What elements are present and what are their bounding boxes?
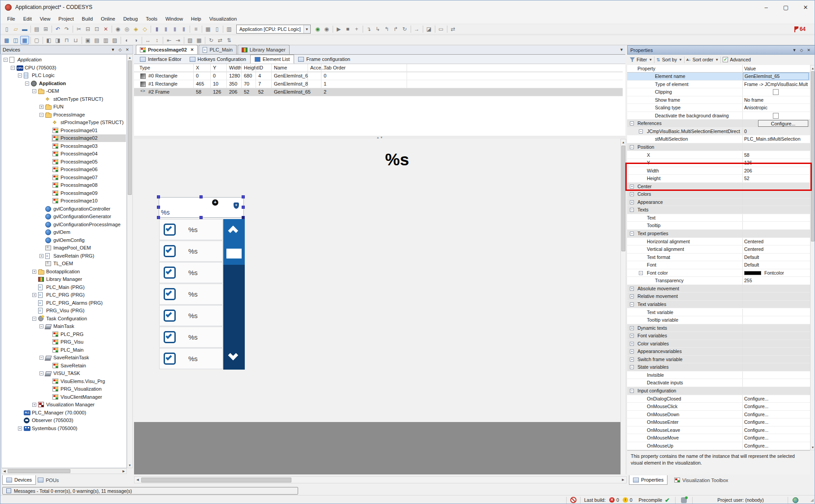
sort-order-dropdown[interactable]: Sort order (693, 57, 714, 62)
paste-icon[interactable]: ⊡ (92, 25, 101, 34)
step-out-icon[interactable]: ↰ (382, 25, 391, 34)
property-row-font[interactable]: FontDefault (627, 261, 810, 269)
collapse-toggle[interactable]: − (630, 302, 634, 306)
property-value[interactable]: 126 (744, 160, 808, 165)
property-row-input-configuration[interactable]: −Input configuration (627, 387, 810, 395)
property-row-deactivate-inputs[interactable]: Deactivate inputs (627, 379, 810, 387)
logout-icon[interactable]: ◉ (322, 25, 331, 34)
visu-grid-active-icon[interactable]: ▦ (20, 36, 29, 44)
page-setup-icon[interactable]: ⊞ (41, 25, 50, 34)
visualization-canvas[interactable]: %s %s + + %s%s%s%s%s%s%s (134, 139, 620, 504)
collapse-toggle[interactable]: − (39, 371, 43, 375)
tree-item-processimage09[interactable]: ProcessImage09 (2, 190, 126, 197)
devices-tree-vertical-scrollbar[interactable]: ▲ ▼ (127, 54, 133, 468)
bring-to-front-icon[interactable]: ▣ (83, 36, 92, 44)
menu-tools[interactable]: Tools (142, 14, 161, 24)
property-row-onmouseclick[interactable]: OnMouseClickConfigure... (627, 403, 810, 411)
expand-toggle[interactable]: + (630, 294, 634, 298)
property-row-font-color[interactable]: −Font colorFontcolor (627, 269, 810, 277)
property-row-vertical-alignment[interactable]: Vertical alignmentCentered (627, 246, 810, 254)
group-icon[interactable]: ◐ (122, 36, 131, 44)
minimize-button[interactable]: – (756, 1, 776, 14)
chevron-down-icon[interactable]: ▼ (679, 58, 682, 62)
expand-toggle[interactable]: + (630, 349, 634, 353)
multiselection-row[interactable]: %s (159, 284, 223, 305)
align-bottom-icon[interactable]: ⊔ (71, 36, 80, 44)
tab-library-manager[interactable]: Library Manager (238, 45, 290, 54)
new-file-icon[interactable]: ▯ (2, 25, 11, 34)
selection-handle[interactable] (157, 195, 160, 198)
grid-options-icon[interactable]: ▦ (204, 25, 212, 34)
property-row-type-of-element[interactable]: Type of elementFrame -> JCmpVisuBasic.Mu… (627, 81, 810, 89)
color-swatch[interactable] (744, 271, 761, 275)
redo-icon[interactable]: ↷ (62, 25, 71, 34)
property-row-tooltip[interactable]: Tooltip (627, 222, 810, 230)
property-row-text-variables[interactable]: −Text variables (627, 301, 810, 309)
expand-toggle[interactable]: + (32, 293, 36, 297)
bring-forward-icon[interactable]: ▥ (101, 36, 110, 44)
column-header-width[interactable]: Width (229, 64, 242, 72)
property-row-text[interactable]: Text (627, 214, 810, 222)
property-row-appearancevariables[interactable]: +Appearancevariables (627, 348, 810, 356)
scroll-up-icon[interactable]: ▲ (811, 65, 815, 71)
tree-item-processimage02[interactable]: ProcessImage02 (2, 134, 126, 142)
rotate-icon[interactable]: ↻ (207, 36, 216, 44)
property-row-position[interactable]: −Position (627, 143, 810, 151)
tab-list-chevron-icon[interactable]: ▼ (620, 47, 624, 52)
property-row-switch-frame-variable[interactable]: +Switch frame variable (627, 356, 810, 364)
configure-button[interactable]: Configure... (758, 120, 808, 127)
filter-dropdown[interactable]: Filter (637, 57, 647, 62)
tree-item-maintask[interactable]: −MainTask (2, 323, 126, 330)
property-row-clipping[interactable]: Clipping (627, 88, 810, 96)
scroll-right-icon[interactable]: ▶ (121, 469, 126, 474)
pin-icon[interactable]: ◇ (117, 47, 124, 53)
collapse-toggle[interactable]: − (18, 73, 22, 78)
expand-toggle[interactable]: + (630, 287, 634, 291)
tree-item-tl-oem[interactable]: TL_OEM (2, 260, 126, 267)
element-scroll-down-button[interactable] (223, 348, 245, 370)
property-value[interactable]: Configure... (744, 412, 808, 417)
expand-toggle[interactable]: + (32, 403, 36, 407)
bookmark-previous-icon[interactable]: ▮ (161, 25, 170, 34)
cut-icon[interactable]: ✂ (74, 25, 83, 34)
horizontal-splitter[interactable]: ▲▼ (134, 136, 625, 139)
property-row-element-name[interactable]: Element nameGenElemInst_65 (627, 73, 810, 81)
tree-item-application[interactable]: −Application (2, 80, 126, 87)
checkbox-unchecked[interactable] (773, 113, 779, 119)
forward-icon[interactable]: → (412, 25, 421, 34)
expand-toggle[interactable]: + (630, 342, 634, 346)
flip-vertical-icon[interactable]: ⇅ (225, 36, 234, 44)
property-row-height[interactable]: Height52 (627, 175, 810, 183)
property-row-tooltip-variable[interactable]: Tooltip variable (627, 316, 810, 324)
chevron-down-icon[interactable]: ▼ (715, 58, 719, 62)
distribute-horizontal-icon[interactable]: ⇤ (165, 36, 173, 44)
build-icon[interactable]: ≡ (191, 25, 200, 34)
subtab-hotkeys-configuration[interactable]: Hotkeys Configuration (186, 55, 250, 64)
menu-debug[interactable]: Debug (119, 14, 142, 24)
collapse-toggle[interactable]: − (630, 145, 634, 149)
selection-handle[interactable] (242, 195, 245, 198)
property-row-scaling-type[interactable]: Scaling typeAnisotropic (627, 104, 810, 112)
start-icon[interactable]: ▶ (334, 25, 343, 34)
scrollbar-thumb[interactable] (811, 71, 815, 241)
tab-pous[interactable]: POUs (34, 475, 63, 485)
login-icon[interactable]: ◉ (313, 25, 322, 34)
notification-badge[interactable]: 64 (794, 26, 806, 32)
property-value[interactable]: Configure... (744, 396, 808, 401)
element-scrollbar-thumb[interactable] (226, 249, 242, 258)
collapse-toggle[interactable]: − (630, 208, 634, 212)
scroll-right-icon[interactable]: ▶ (620, 477, 626, 483)
background-settings-icon[interactable]: ▧ (186, 36, 195, 44)
property-row-texts[interactable]: −Texts (627, 206, 810, 214)
tree-item-visuelems-visu-prg[interactable]: VisuElems.Visu_Prg (2, 378, 126, 385)
property-row-onmousemove[interactable]: OnMouseMoveConfigure... (627, 434, 810, 442)
make-same-height-icon[interactable]: ↕ (152, 36, 161, 44)
move-anchor-icon[interactable]: + (212, 199, 218, 206)
selection-handle[interactable] (157, 216, 160, 219)
scroll-up-icon[interactable]: ▲ (127, 55, 132, 60)
find-icon[interactable]: ◉ (113, 25, 122, 34)
multiselection-row[interactable]: %s (159, 241, 223, 262)
collapse-toggle[interactable]: − (39, 356, 43, 360)
collapse-toggle[interactable]: − (630, 389, 634, 393)
bookmark-clear-icon[interactable]: ▮ (179, 25, 188, 34)
